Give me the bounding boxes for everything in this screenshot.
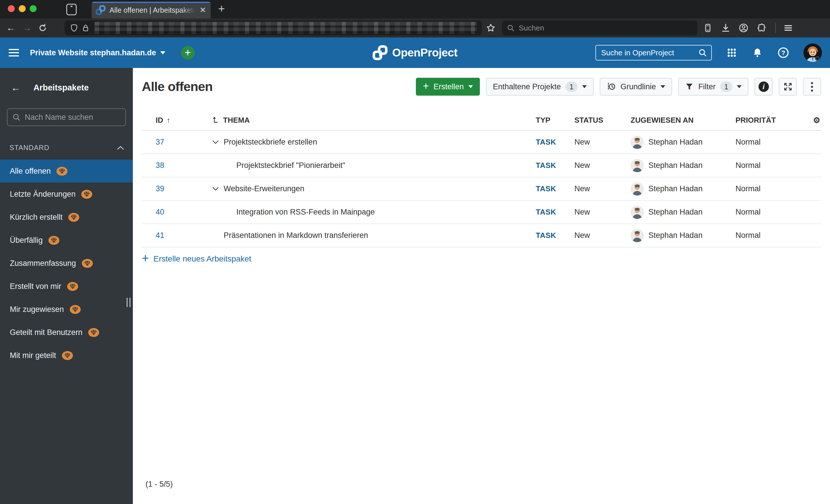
- collapse-chevron-icon[interactable]: [212, 187, 219, 191]
- sidebar-item-überfällig[interactable]: Überfällig: [0, 229, 133, 252]
- work-package-id-link[interactable]: 40: [156, 208, 164, 216]
- sidebar-item-geteilt-mit-benutzern[interactable]: Geteilt mit Benutzern: [0, 321, 133, 344]
- work-package-id-link[interactable]: 37: [156, 138, 164, 146]
- zoom-window-button[interactable]: [30, 5, 37, 12]
- work-package-subject[interactable]: Projektsteckbrief "Pionierarbeit": [236, 161, 345, 170]
- back-icon[interactable]: ←: [6, 23, 15, 33]
- create-button[interactable]: + Erstellen: [416, 78, 480, 96]
- new-tab-button[interactable]: +: [218, 1, 225, 16]
- downloads-icon[interactable]: [721, 23, 731, 33]
- user-avatar[interactable]: [803, 43, 822, 62]
- work-package-type[interactable]: TASK: [536, 161, 556, 170]
- work-package-status[interactable]: New: [574, 161, 590, 170]
- column-type[interactable]: TYP: [536, 116, 550, 125]
- column-assignee[interactable]: ZUGEWIESEN AN: [631, 116, 694, 125]
- sidebar-item-label: Zusammenfassung: [10, 259, 76, 268]
- table-row[interactable]: 40 Integration von RSS-Feeds in Mainpage…: [142, 201, 821, 224]
- column-subject[interactable]: THEMA: [223, 116, 250, 125]
- filter-button[interactable]: Filter 1: [678, 78, 748, 96]
- baseline-button[interactable]: Grundlinie: [600, 78, 672, 96]
- minimize-window-button[interactable]: [19, 5, 26, 12]
- account-icon[interactable]: [738, 23, 749, 33]
- sidebar-item-mit-mir-geteilt[interactable]: Mit mir geteilt: [0, 344, 133, 367]
- table-row[interactable]: 39 Website-Erweiterungen TASK New: [142, 177, 821, 201]
- openproject-logo[interactable]: OpenProject: [373, 45, 457, 60]
- active-browser-tab[interactable]: Alle offenen | Arbeitspakete | Pr ✕: [92, 2, 211, 19]
- create-work-package-link[interactable]: + Erstelle neues Arbeitspaket: [142, 251, 251, 267]
- work-package-status[interactable]: New: [574, 208, 590, 216]
- chevron-up-icon[interactable]: [117, 145, 124, 150]
- sort-ascending-icon[interactable]: ↑: [167, 116, 170, 125]
- more-options-button[interactable]: [803, 78, 821, 96]
- assignee-name[interactable]: Stephan Hadan: [648, 231, 703, 240]
- work-package-subject[interactable]: Integration von RSS-Feeds in Mainpage: [236, 208, 375, 216]
- address-bar[interactable]: [65, 21, 482, 35]
- assignee-name[interactable]: Stephan Hadan: [648, 161, 703, 170]
- modules-grid-icon[interactable]: [726, 47, 738, 59]
- forward-icon[interactable]: →: [23, 23, 32, 33]
- toolbar-divider: [775, 23, 776, 33]
- work-package-type[interactable]: TASK: [536, 231, 556, 240]
- fullscreen-button[interactable]: [779, 78, 797, 96]
- included-projects-button[interactable]: Enthaltene Projekte 1: [486, 78, 594, 96]
- work-package-type[interactable]: TASK: [536, 184, 556, 193]
- table-settings-gear-icon[interactable]: ⚙: [813, 116, 820, 125]
- work-package-subject[interactable]: Projektsteckbriefe erstellen: [224, 138, 317, 146]
- sidebar-item-erstellt-von-mir[interactable]: Erstellt von mir: [0, 275, 133, 298]
- assignee-name[interactable]: Stephan Hadan: [648, 138, 703, 146]
- work-package-subject[interactable]: Website-Erweiterungen: [224, 184, 304, 193]
- bookmark-star-icon[interactable]: [486, 23, 496, 33]
- info-button[interactable]: i: [755, 78, 773, 96]
- sidebar-item-alle-offenen[interactable]: Alle offenen: [0, 160, 133, 182]
- work-package-status[interactable]: New: [574, 231, 590, 240]
- column-priority[interactable]: PRIORITÄT: [735, 116, 776, 125]
- menu-icon[interactable]: [783, 23, 793, 33]
- work-package-type[interactable]: TASK: [536, 138, 556, 146]
- work-package-priority[interactable]: Normal: [735, 161, 761, 170]
- work-package-priority[interactable]: Normal: [735, 184, 761, 193]
- table-row[interactable]: 37 Projektsteckbriefe erstellen TASK New: [142, 131, 821, 154]
- lock-icon[interactable]: [81, 24, 90, 32]
- notifications-bell-icon[interactable]: [752, 47, 763, 59]
- table-row[interactable]: 38 Projektsteckbrief "Pionierarbeit" TAS…: [142, 154, 821, 177]
- tab-overview-icon[interactable]: [66, 4, 77, 15]
- sidebar-item-letzte-änderungen[interactable]: Letzte Änderungen: [0, 182, 133, 206]
- work-package-status[interactable]: New: [574, 138, 590, 146]
- work-package-status[interactable]: New: [574, 184, 590, 193]
- main-menu-toggle-icon[interactable]: [9, 47, 19, 59]
- hierarchy-icon[interactable]: [212, 116, 220, 124]
- sidebar-back-icon[interactable]: ←: [11, 82, 21, 93]
- tab-close-icon[interactable]: ✕: [199, 5, 206, 15]
- close-window-button[interactable]: [8, 5, 15, 12]
- work-package-priority[interactable]: Normal: [735, 138, 761, 146]
- work-package-priority[interactable]: Normal: [735, 208, 761, 216]
- browser-search-field[interactable]: Suchen: [502, 21, 697, 35]
- sidebar-item-label: Letzte Änderungen: [10, 190, 75, 199]
- work-package-subject[interactable]: Präsentationen in Markdown transferieren: [224, 231, 368, 240]
- extensions-icon[interactable]: [756, 23, 767, 33]
- reload-icon[interactable]: [37, 23, 49, 33]
- quick-add-button[interactable]: +: [181, 46, 195, 60]
- collapse-chevron-icon[interactable]: [212, 140, 219, 144]
- sidebar-item-kürzlich-erstellt[interactable]: Kürzlich erstellt: [0, 206, 133, 229]
- sidebar-item-label: Alle offenen: [10, 167, 51, 176]
- sidebar-item-zusammenfassung[interactable]: Zusammenfassung: [0, 252, 133, 275]
- sidebars-icon[interactable]: [703, 23, 713, 33]
- table-row[interactable]: 41 Präsentationen in Markdown transferie…: [142, 224, 821, 247]
- sidebar-resize-handle[interactable]: [127, 298, 131, 307]
- work-package-id-link[interactable]: 38: [156, 161, 164, 170]
- assignee-name[interactable]: Stephan Hadan: [648, 208, 703, 216]
- work-package-priority[interactable]: Normal: [735, 231, 761, 240]
- work-package-id-link[interactable]: 41: [156, 231, 164, 240]
- assignee-name[interactable]: Stephan Hadan: [648, 184, 703, 193]
- sidebar-item-mir-zugewiesen[interactable]: Mir zugewiesen: [0, 298, 133, 321]
- help-icon[interactable]: ?: [777, 46, 790, 59]
- column-status[interactable]: STATUS: [574, 116, 603, 125]
- work-package-id-link[interactable]: 39: [156, 184, 164, 193]
- column-id[interactable]: ID: [156, 116, 163, 125]
- project-selector[interactable]: Private Website stephan.hadan.de: [30, 48, 165, 57]
- work-package-type[interactable]: TASK: [536, 208, 556, 216]
- sidebar-search-input[interactable]: Nach Name suchen: [7, 108, 126, 126]
- tracking-shield-icon[interactable]: [70, 24, 78, 32]
- global-search-field[interactable]: Suche in OpenProject: [596, 45, 712, 61]
